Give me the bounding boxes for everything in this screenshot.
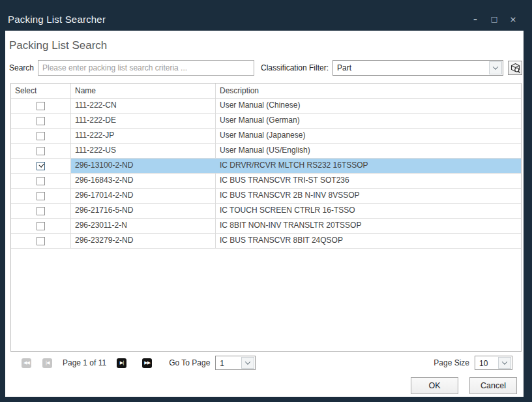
chevron-down-icon	[502, 359, 507, 364]
table-row[interactable]: 296-21716-5-ND IC TOUCH SCREEN CTRLR 16-…	[11, 204, 521, 219]
last-page-icon: ▶▶	[144, 360, 150, 365]
ok-button[interactable]: OK	[411, 377, 458, 394]
name-cell: 111-222-CN	[71, 99, 216, 113]
column-header-description[interactable]: Description	[216, 84, 521, 98]
page-title: Packing List Search	[9, 39, 107, 52]
dialog-content: Packing List Search Search Classificatio…	[5, 31, 524, 397]
description-cell: IC TOUCH SCREEN CTRLR 16-TSSO	[216, 204, 521, 218]
cube-search-icon	[510, 63, 521, 74]
name-cell: 111-222-US	[71, 144, 216, 158]
close-button[interactable]: ×	[509, 14, 518, 25]
table-empty-area	[11, 249, 521, 351]
description-cell: User Manual (Japanese)	[216, 129, 521, 143]
goto-page-select[interactable]: 1	[215, 356, 256, 370]
last-page-button[interactable]: ▶▶	[142, 358, 152, 368]
cancel-button[interactable]: Cancel	[469, 377, 517, 394]
row-checkbox[interactable]	[37, 162, 45, 170]
description-cell: IC BUS TRANSCVR 2B N-INV 8VSSOP	[216, 189, 521, 203]
row-checkbox[interactable]	[37, 222, 45, 230]
previous-page-icon: |◀	[46, 360, 50, 365]
table-row[interactable]: 296-13100-2-ND IC DRVR/RCVR MLTCH RS232 …	[11, 159, 521, 174]
column-header-select[interactable]: Select	[11, 84, 71, 98]
table-row[interactable]: 111-222-US User Manual (US/English)	[11, 144, 521, 159]
maximize-icon: □	[491, 15, 497, 23]
close-icon: ×	[510, 14, 517, 24]
classification-filter-label: Classification Filter:	[261, 63, 329, 72]
name-cell: 296-23279-2-ND	[71, 234, 216, 248]
first-page-button[interactable]: ◀◀	[22, 358, 31, 368]
select-cell	[11, 129, 71, 143]
table-row[interactable]: 111-222-CN User Manual (Chinese)	[11, 99, 521, 114]
goto-page-label: Go To Page	[169, 358, 210, 367]
select-cell	[11, 189, 71, 203]
table-row[interactable]: 111-222-DE User Manual (German)	[11, 114, 521, 129]
description-cell: IC DRVR/RCVR MLTCH RS232 16TSSOP	[216, 159, 521, 173]
description-cell: User Manual (Chinese)	[216, 99, 521, 113]
window-title: Packing List Searcher	[8, 14, 106, 25]
row-checkbox[interactable]	[37, 177, 45, 185]
table-row[interactable]: 296-17014-2-ND IC BUS TRANSCVR 2B N-INV …	[11, 189, 521, 204]
row-checkbox[interactable]	[37, 147, 45, 155]
goto-page-value: 1	[216, 356, 241, 369]
name-cell: 296-16843-2-ND	[71, 174, 216, 188]
page-size-value: 10	[475, 356, 497, 369]
select-cell	[11, 204, 71, 218]
name-cell: 296-23011-2-N	[71, 219, 216, 233]
name-cell: 296-13100-2-ND	[71, 159, 216, 173]
table-row[interactable]: 296-23011-2-N IC 8BIT NON-INV TRANSLTR 2…	[11, 219, 521, 234]
select-cell	[11, 99, 71, 113]
name-cell: 111-222-DE	[71, 114, 216, 128]
results-table: Select Name Description 111-222-CN User …	[10, 83, 522, 352]
row-checkbox[interactable]	[37, 102, 45, 110]
description-cell: User Manual (US/English)	[216, 144, 521, 158]
page-size-dropdown-button[interactable]	[498, 357, 511, 369]
table-row[interactable]: 296-16843-2-ND IC BUS TRANSCVR TRI-ST SO…	[11, 174, 521, 189]
name-cell: 111-222-JP	[71, 129, 216, 143]
select-cell	[11, 144, 71, 158]
page-size-group: Page Size 10	[434, 356, 522, 370]
previous-page-button[interactable]: |◀	[42, 358, 52, 368]
description-cell: IC BUS TRANSCVR TRI-ST SOT236	[216, 174, 521, 188]
classification-filter-value: Part	[333, 61, 488, 75]
goto-page-dropdown-button[interactable]	[241, 357, 254, 369]
classification-dropdown-button[interactable]	[489, 61, 502, 74]
dialog-footer: OK Cancel	[411, 377, 517, 394]
next-page-button[interactable]: ▶|	[117, 358, 126, 368]
name-cell: 296-17014-2-ND	[71, 189, 216, 203]
pagination-bar: ◀◀ |◀ Page 1 of 11 ▶| ▶▶ Go To Page 1 Pa…	[10, 356, 522, 370]
select-cell	[11, 219, 71, 233]
next-page-icon: ▶|	[120, 360, 124, 365]
row-checkbox[interactable]	[37, 132, 45, 140]
classification-filter-select[interactable]: Part	[332, 60, 503, 76]
column-header-name[interactable]: Name	[71, 84, 216, 98]
maximize-button[interactable]: □	[490, 14, 499, 25]
description-cell: User Manual (German)	[216, 114, 521, 128]
description-cell: IC BUS TRANSCVR 8BIT 24QSOP	[216, 234, 521, 248]
search-input[interactable]	[38, 60, 254, 76]
select-cell	[11, 159, 71, 173]
table-row[interactable]: 296-23279-2-ND IC BUS TRANSCVR 8BIT 24QS…	[11, 234, 521, 249]
select-cell	[11, 114, 71, 128]
window-controls: – □ ×	[471, 14, 523, 25]
table-header: Select Name Description	[11, 84, 521, 99]
table-row[interactable]: 111-222-JP User Manual (Japanese)	[11, 129, 521, 144]
minimize-icon: –	[473, 15, 477, 24]
first-page-icon: ◀◀	[23, 360, 29, 365]
row-checkbox[interactable]	[37, 207, 45, 215]
page-size-label: Page Size	[434, 358, 469, 367]
page-status: Page 1 of 11	[63, 358, 106, 367]
row-checkbox[interactable]	[37, 117, 45, 125]
select-cell	[11, 234, 71, 248]
search-label: Search	[9, 63, 34, 72]
page-size-select[interactable]: 10	[475, 356, 512, 370]
window: Packing List Searcher – □ × Packing List…	[0, 0, 532, 402]
name-cell: 296-21716-5-ND	[71, 204, 216, 218]
titlebar: Packing List Searcher – □ ×	[0, 0, 532, 31]
row-checkbox[interactable]	[37, 237, 45, 245]
select-cell	[11, 174, 71, 188]
description-cell: IC 8BIT NON-INV TRANSLTR 20TSSOP	[216, 219, 521, 233]
classification-search-button[interactable]	[508, 61, 522, 75]
row-checkbox[interactable]	[37, 192, 45, 200]
minimize-button[interactable]: –	[471, 14, 480, 25]
filter-row: Search Classification Filter: Part	[5, 60, 524, 76]
